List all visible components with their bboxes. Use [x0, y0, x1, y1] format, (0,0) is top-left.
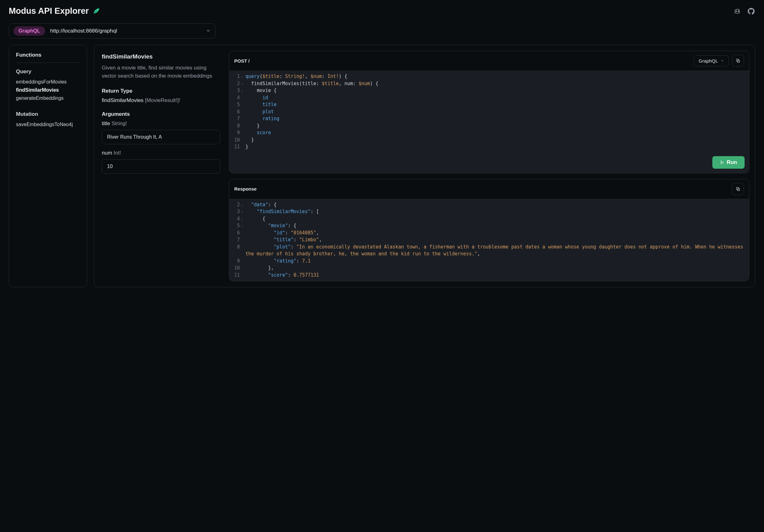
arg-input-title[interactable] — [102, 130, 220, 144]
svg-point-0 — [736, 11, 737, 12]
function-description: Given a movie title, find similar movies… — [102, 64, 220, 80]
run-button[interactable]: Run — [712, 156, 745, 169]
chevron-down-icon — [206, 28, 211, 34]
functions-sidebar: Functions QueryembeddingsForMoviesfindSi… — [9, 45, 87, 287]
arg-input-num[interactable] — [102, 159, 220, 174]
request-code-editor[interactable]: 1⌄query($title: String!, $num: Int!) {2⌄… — [229, 70, 749, 153]
sidebar-item-generateEmbeddings[interactable]: generateEmbeddings — [16, 94, 80, 102]
endpoint-selector[interactable]: GraphQL http://localhost:8686/graphql — [9, 24, 215, 39]
response-label: Response — [234, 186, 257, 192]
copy-request-button[interactable] — [732, 55, 744, 66]
play-icon — [720, 160, 724, 165]
sidebar-item-findSimilarMovies[interactable]: findSimilarMovies — [16, 86, 80, 94]
language-select-label: GraphQL — [698, 58, 718, 64]
copy-response-button[interactable] — [732, 183, 744, 195]
response-panel: Response 2⌄ "data": {3⌄ "findSimilarMovi… — [229, 179, 749, 282]
app-title: Modus API Explorer — [9, 6, 101, 16]
request-method-path: POST / — [234, 58, 250, 64]
run-button-label: Run — [727, 159, 737, 166]
arg-label-num: num Int! — [102, 150, 220, 156]
svg-point-1 — [738, 11, 739, 12]
copy-icon — [735, 58, 740, 63]
return-type-value: findSimilarMovies [MovieResult!]! — [102, 97, 220, 104]
copy-icon — [735, 187, 740, 192]
sidebar-section-mutation: Mutation — [16, 111, 80, 117]
request-panel: POST / GraphQL 1⌄query($title: String!, … — [229, 51, 749, 173]
discord-icon[interactable] — [733, 7, 741, 15]
chevron-down-icon — [720, 59, 724, 63]
function-name: findSimilarMovies — [102, 53, 220, 60]
graphql-badge: GraphQL — [13, 26, 45, 36]
arg-label-title: title String! — [102, 120, 220, 127]
response-code-viewer: 2⌄ "data": {3⌄ "findSimilarMovies": [4⌄ … — [229, 199, 749, 281]
app-title-text: Modus API Explorer — [9, 6, 89, 16]
modus-logo-icon — [92, 7, 101, 16]
sidebar-title: Functions — [16, 52, 80, 58]
arguments-label: Arguments — [102, 111, 220, 117]
language-select[interactable]: GraphQL — [694, 56, 729, 66]
github-icon[interactable] — [747, 7, 755, 15]
endpoint-url: http://localhost:8686/graphql — [50, 28, 117, 34]
return-type-label: Return Type — [102, 88, 220, 94]
sidebar-section-query: Query — [16, 68, 80, 75]
sidebar-item-saveEmbeddingsToNeo4j[interactable]: saveEmbeddingsToNeo4j — [16, 120, 80, 129]
sidebar-item-embeddingsForMovies[interactable]: embeddingsForMovies — [16, 78, 80, 86]
